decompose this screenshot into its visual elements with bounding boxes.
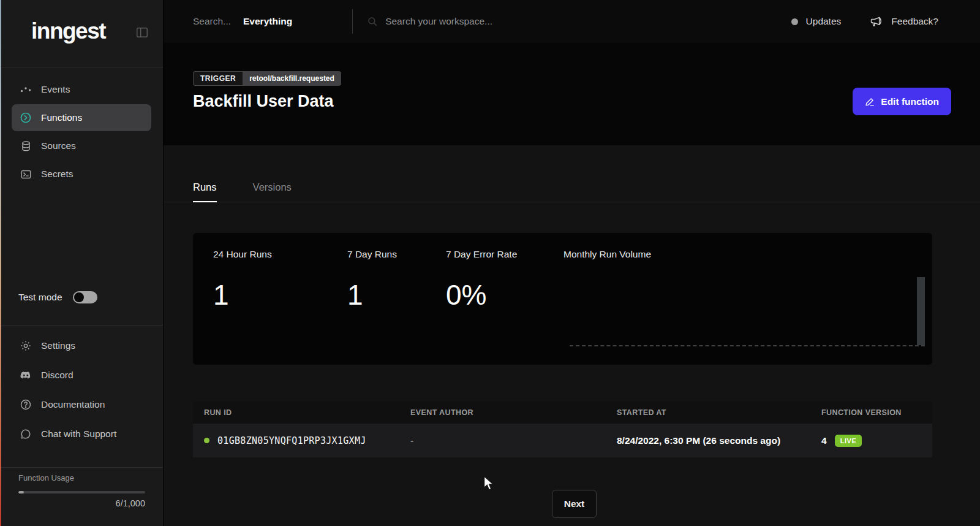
sidebar-item-chat-support[interactable]: Chat with Support — [12, 419, 151, 449]
sidebar-item-documentation[interactable]: Documentation — [12, 390, 151, 419]
table-header: RUN ID EVENT AUTHOR STARTED AT FUNCTION … — [193, 402, 932, 424]
run-id: 01GB8ZN05YNQFQ1PRP3JX1GXMJ — [217, 435, 366, 446]
topbar-right: Updates Feedback? — [791, 15, 980, 28]
stat-value: 1 — [213, 278, 272, 311]
sidebar-secondary-nav: Settings Discord Documentation — [0, 331, 163, 449]
sidebar-item-events[interactable]: Events — [12, 76, 151, 103]
search-label[interactable]: Search... — [193, 16, 231, 27]
trigger-badge: TRIGGER retool/backfill.requested — [193, 71, 341, 86]
live-status-badge: LIVE — [835, 435, 862, 447]
discord-icon — [20, 369, 32, 381]
edit-function-button[interactable]: Edit function — [853, 88, 951, 115]
column-header-started-at: STARTED AT — [617, 408, 821, 417]
test-mode-label: Test mode — [18, 292, 62, 303]
updates-button[interactable]: Updates — [806, 16, 842, 27]
sidebar-item-secrets[interactable]: Secrets — [12, 161, 151, 188]
topbar-divider — [352, 9, 353, 34]
chart-title: Monthly Run Volume — [564, 249, 651, 260]
sidebar-item-settings[interactable]: Settings — [12, 331, 151, 360]
edit-function-label: Edit function — [881, 96, 939, 107]
page-title: Backfill User Data — [193, 92, 334, 111]
pencil-icon — [865, 96, 875, 107]
tab-runs[interactable]: Runs — [193, 181, 217, 202]
sidebar-item-label: Discord — [41, 370, 74, 381]
sidebar-item-label: Chat with Support — [41, 429, 116, 440]
chat-bubble-icon — [20, 428, 32, 440]
updates-status-dot — [791, 18, 798, 25]
test-mode-toggle[interactable] — [73, 291, 97, 303]
test-mode-row: Test mode — [18, 291, 97, 303]
sidebar-divider — [0, 467, 163, 468]
sidebar-item-label: Secrets — [41, 169, 74, 180]
sidebar-item-label: Settings — [41, 340, 75, 351]
topbar: Search... Everything Updates Feedback? — [164, 0, 980, 43]
sidebar-item-label: Events — [41, 84, 70, 95]
function-usage-label: Function Usage — [18, 473, 145, 482]
function-version-cell: 4 LIVE — [821, 435, 932, 447]
terminal-icon — [20, 168, 32, 180]
stat-7-day-error-rate: 7 Day Error Rate 0% — [446, 249, 517, 311]
started-at-cell: 8/24/2022, 6:30 PM (26 seconds ago) — [617, 435, 821, 446]
function-usage-bar — [18, 491, 145, 494]
sidebar-nav: Events Functions Sources — [0, 75, 163, 189]
function-usage-fill — [18, 491, 24, 494]
sidebar-item-discord[interactable]: Discord — [12, 360, 151, 390]
sidebar-item-label: Functions — [41, 112, 82, 123]
function-circle-arrow-icon — [20, 112, 32, 124]
sidebar-item-sources[interactable]: Sources — [12, 132, 151, 159]
stat-7-day-runs: 7 Day Runs 1 — [347, 249, 397, 311]
stat-value: 0% — [446, 278, 517, 311]
column-header-run-id: RUN ID — [193, 408, 410, 417]
function-usage: Function Usage 6/1,000 — [18, 473, 145, 508]
column-header-function-version: FUNCTION VERSION — [821, 408, 932, 417]
window-edge-gradient — [0, 0, 1, 526]
feedback-button[interactable]: Feedback? — [891, 16, 938, 27]
search-icon — [367, 16, 378, 27]
sidebar-item-label: Sources — [41, 140, 76, 151]
function-header: TRIGGER retool/backfill.requested Backfi… — [164, 43, 980, 145]
run-id-cell: 01GB8ZN05YNQFQ1PRP3JX1GXMJ — [193, 435, 410, 446]
toggle-knob — [74, 292, 84, 302]
run-status-dot — [204, 438, 209, 443]
tabs-bar: Runs Versions — [164, 145, 980, 202]
sidebar: inngest Events Functions — [0, 0, 164, 526]
function-usage-value: 6/1,000 — [18, 498, 145, 508]
version-number: 4 — [821, 435, 827, 446]
sidebar-item-label: Documentation — [41, 399, 105, 410]
table-row[interactable]: 01GB8ZN05YNQFQ1PRP3JX1GXMJ - 8/24/2022, … — [193, 424, 932, 457]
search-scope-everything[interactable]: Everything — [243, 16, 292, 27]
monthly-run-volume-chart — [570, 277, 925, 346]
stat-label: 7 Day Error Rate — [446, 249, 517, 260]
question-circle-icon — [20, 398, 32, 411]
events-dots-icon — [20, 83, 32, 96]
next-page-button[interactable]: Next — [552, 490, 597, 518]
sidebar-item-functions[interactable]: Functions — [12, 104, 151, 131]
sidebar-collapse-icon[interactable] — [135, 26, 149, 39]
gear-icon — [20, 340, 32, 352]
stat-label: 24 Hour Runs — [213, 249, 272, 260]
stat-24-hour-runs: 24 Hour Runs 1 — [213, 249, 272, 311]
megaphone-icon — [869, 15, 882, 28]
column-header-event-author: EVENT AUTHOR — [410, 408, 617, 417]
runs-table: RUN ID EVENT AUTHOR STARTED AT FUNCTION … — [193, 402, 932, 457]
workspace-search-input[interactable] — [385, 16, 643, 27]
sidebar-divider — [0, 325, 163, 326]
main-content: Runs Versions 24 Hour Runs 1 7 Day Runs … — [164, 145, 980, 526]
stat-value: 1 — [347, 278, 397, 311]
trigger-event-name: retool/backfill.requested — [243, 71, 341, 86]
database-icon — [20, 140, 32, 152]
tab-versions[interactable]: Versions — [253, 181, 292, 202]
stat-label: 7 Day Runs — [347, 249, 397, 260]
sidebar-logo-row: inngest — [0, 0, 163, 67]
chart-bar — [917, 277, 925, 345]
trigger-badge-key: TRIGGER — [193, 71, 243, 86]
inngest-logo: inngest — [31, 18, 105, 44]
stats-card: 24 Hour Runs 1 7 Day Runs 1 7 Day Error … — [193, 233, 932, 365]
event-author-cell: - — [410, 435, 617, 446]
